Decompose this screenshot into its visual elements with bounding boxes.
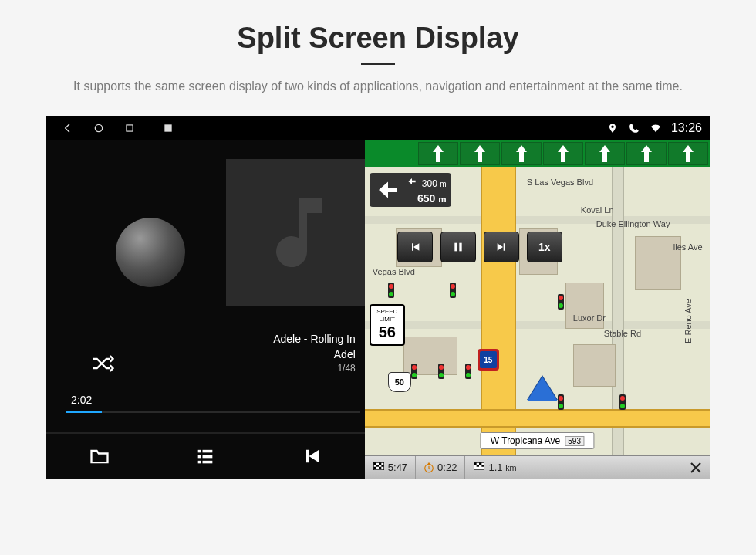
album-art-placeholder bbox=[226, 159, 373, 306]
street-label: Duke Ellington Way bbox=[596, 219, 670, 228]
speed-limit-sign: SPEED LIMIT 56 bbox=[370, 304, 405, 346]
track-artist: Adel bbox=[273, 347, 356, 363]
svg-rect-4 bbox=[203, 450, 213, 453]
svg-rect-1 bbox=[127, 125, 133, 131]
lane-arrow bbox=[585, 142, 625, 165]
wifi-icon bbox=[650, 122, 662, 134]
joystick-dot[interactable] bbox=[116, 218, 185, 287]
music-note-icon bbox=[253, 186, 346, 279]
street-label: Stable Rd bbox=[604, 329, 641, 338]
picture-icon[interactable] bbox=[162, 122, 174, 134]
street-label: Koval Ln bbox=[581, 205, 614, 215]
svg-rect-9 bbox=[454, 243, 457, 252]
trip-distance-info[interactable]: 1.1 km bbox=[465, 456, 524, 479]
clock-icon bbox=[424, 462, 434, 473]
progress-fill bbox=[66, 411, 102, 413]
road-number: 593 bbox=[565, 436, 584, 446]
forward-button[interactable] bbox=[484, 232, 519, 262]
lane-arrow bbox=[460, 142, 500, 165]
svg-rect-10 bbox=[459, 243, 461, 252]
vehicle-cursor-icon bbox=[527, 377, 558, 401]
flag-icon bbox=[373, 462, 385, 474]
playback-speed-button[interactable]: 1x bbox=[527, 232, 562, 262]
elapsed-time: 2:02 bbox=[71, 394, 92, 406]
road-name-text: W Tropicana Ave bbox=[491, 435, 561, 446]
music-pane: Adele - Rolling In Adel 1/48 2:02 bbox=[46, 140, 365, 479]
turn-left-icon bbox=[374, 176, 402, 204]
track-count: 1/48 bbox=[273, 362, 356, 375]
route-shield-interstate: 15 bbox=[478, 349, 499, 371]
playback-controls: 1x bbox=[397, 232, 562, 262]
eta-info[interactable]: 5:47 bbox=[365, 456, 416, 479]
main-distance: 650 bbox=[417, 192, 435, 205]
trip-time-info[interactable]: 0:22 bbox=[416, 456, 465, 479]
lane-arrow bbox=[626, 142, 667, 165]
pause-button[interactable] bbox=[440, 232, 476, 262]
location-icon bbox=[606, 122, 619, 134]
nav-bottom-bar: 5:47 0:22 1.1 km bbox=[365, 455, 710, 479]
svg-rect-8 bbox=[203, 461, 213, 464]
flag-icon bbox=[473, 462, 485, 474]
turn-instruction-panel: 300 m 650 m bbox=[370, 173, 451, 207]
lane-arrow bbox=[668, 142, 708, 165]
svg-rect-5 bbox=[198, 455, 201, 459]
progress-bar[interactable] bbox=[66, 411, 360, 413]
playlist-button[interactable] bbox=[190, 441, 221, 472]
map-canvas[interactable]: S Las Vegas Blvd Koval Ln Duke Ellington… bbox=[365, 167, 710, 455]
lane-guidance-bar bbox=[365, 140, 710, 167]
lane-arrow bbox=[543, 142, 583, 165]
street-label: iles Ave bbox=[673, 242, 703, 252]
street-label: Luxor Dr bbox=[573, 313, 606, 323]
phone-icon bbox=[628, 122, 640, 134]
street-label: E Reno Ave bbox=[683, 299, 693, 343]
street-label: Vegas Blvd bbox=[373, 267, 415, 276]
navigation-pane: S Las Vegas Blvd Koval Ln Duke Ellington… bbox=[365, 140, 710, 479]
clock: 13:26 bbox=[671, 121, 702, 135]
svg-rect-6 bbox=[203, 455, 213, 459]
device-frame: 13:26 Adele - Rolling In Adel 1/48 2:02 bbox=[46, 116, 710, 479]
speed-limit-label: SPEED LIMIT bbox=[371, 308, 403, 323]
svg-rect-3 bbox=[198, 450, 201, 453]
svg-rect-7 bbox=[198, 461, 201, 464]
track-title: Adele - Rolling In bbox=[273, 332, 356, 347]
previous-track-button[interactable] bbox=[296, 441, 327, 472]
title-underline bbox=[361, 63, 395, 65]
turn-right-icon bbox=[407, 176, 417, 187]
svg-rect-13 bbox=[428, 462, 430, 464]
home-icon[interactable] bbox=[93, 122, 105, 134]
route-shield-us: 50 bbox=[388, 372, 411, 392]
svg-rect-2 bbox=[164, 124, 171, 131]
status-bar: 13:26 bbox=[46, 116, 710, 140]
recent-apps-icon[interactable] bbox=[123, 122, 136, 134]
sub-distance: 300 m bbox=[422, 179, 447, 188]
close-button[interactable] bbox=[682, 456, 710, 479]
rewind-button[interactable] bbox=[397, 232, 433, 262]
speed-limit-value: 56 bbox=[371, 323, 403, 341]
current-road-label: W Tropicana Ave 593 bbox=[481, 432, 594, 449]
close-icon bbox=[689, 461, 703, 475]
street-label: S Las Vegas Blvd bbox=[527, 178, 593, 187]
back-icon[interactable] bbox=[62, 122, 74, 134]
folder-button[interactable] bbox=[84, 441, 115, 472]
shuffle-button[interactable] bbox=[91, 355, 114, 372]
lane-arrow bbox=[501, 142, 542, 165]
page-subtitle: It supports the same screen display of t… bbox=[73, 77, 683, 96]
lane-arrow bbox=[418, 142, 458, 165]
page-title: Split Screen Display bbox=[237, 22, 518, 55]
svg-point-0 bbox=[95, 124, 102, 131]
